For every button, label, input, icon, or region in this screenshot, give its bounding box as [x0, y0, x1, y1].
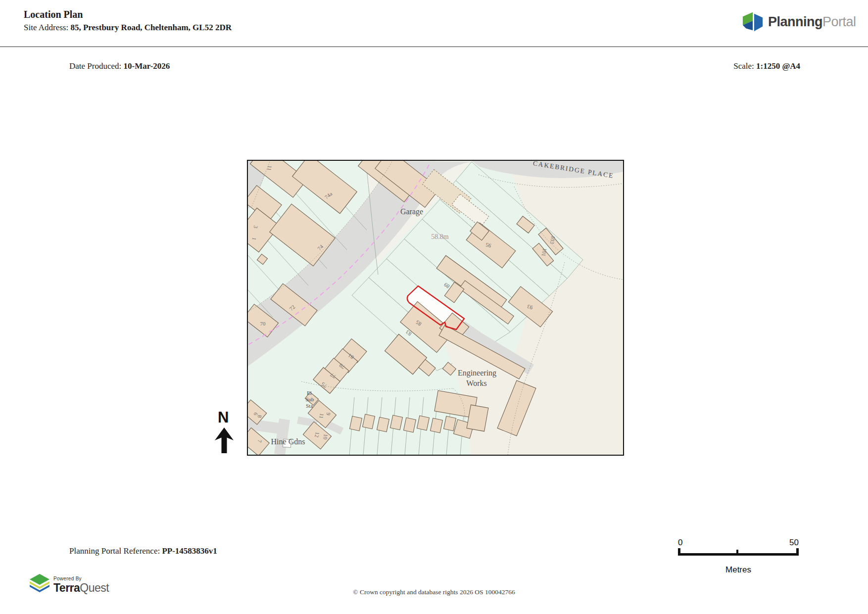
copyright-notice: © Crown copyright and database rights 20…: [0, 588, 868, 596]
scale-value: 1:1250 @A4: [756, 61, 800, 71]
north-arrow-icon: [213, 427, 236, 453]
logo-text-bold: Planning: [768, 14, 822, 29]
scalebar-end: 50: [789, 538, 799, 547]
reference-label: Planning Portal Reference:: [69, 546, 162, 556]
location-plan-page: Location Plan Site Address: 85, Prestbur…: [0, 0, 868, 614]
map-label: 12: [314, 431, 321, 438]
site-address-label: Site Address:: [24, 23, 70, 32]
map-label: Sta: [306, 403, 313, 409]
scalebar-start: 0: [678, 538, 682, 547]
site-address-value: 85, Prestbury Road, Cheltenham, GL52 2DR: [70, 23, 232, 32]
logo-text-light: Portal: [822, 14, 856, 29]
map-label: 11: [266, 165, 273, 171]
map-frame: CAKEBRIDGE PLACEGarage58.8m113174a747270…: [247, 160, 624, 456]
scalebar-unit: Metres: [725, 565, 751, 574]
map-label: Hine Gdns: [271, 437, 305, 446]
planning-reference: Planning Portal Reference: PP-14583836v1: [69, 546, 217, 556]
map-label: Sub: [305, 396, 314, 402]
date-produced: Date Produced: 10-Mar-2026: [69, 61, 170, 71]
map-label: 58.8m: [431, 233, 449, 240]
map-canvas: CAKEBRIDGE PLACEGarage58.8m113174a747270…: [248, 161, 623, 455]
map-label: Garage: [400, 207, 423, 216]
map-label: 70: [260, 321, 266, 327]
map-label: Works: [466, 379, 486, 387]
powered-by-label: Powered By: [53, 576, 109, 581]
date-value: 10-Mar-2026: [124, 61, 170, 71]
map-label: 11: [318, 413, 325, 419]
reference-value: PP-14583836v1: [162, 546, 217, 556]
scale-text: Scale: 1:1250 @A4: [733, 61, 800, 71]
scale-label: Scale:: [733, 61, 756, 71]
site-address: Site Address: 85, Prestbury Road, Chelte…: [24, 23, 232, 33]
date-label: Date Produced:: [69, 61, 124, 71]
map-label: Engineering: [458, 369, 496, 378]
map-label: El: [307, 390, 312, 396]
planning-portal-icon: [741, 11, 764, 33]
planning-portal-logo: PlanningPortal: [741, 11, 856, 33]
page-title: Location Plan: [24, 9, 83, 20]
scale-bar: 0 50 Metres: [677, 534, 801, 576]
header-divider: [0, 47, 868, 47]
north-label: N: [218, 409, 229, 426]
